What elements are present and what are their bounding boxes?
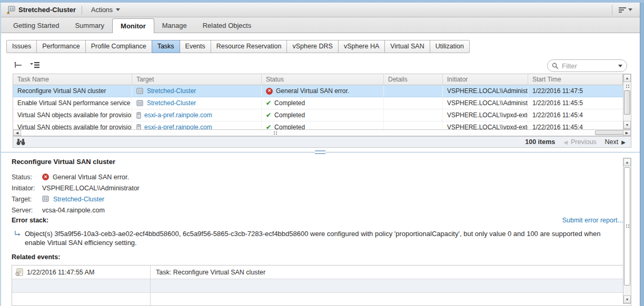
subtab-profile-compliance[interactable]: Profile Compliance <box>85 40 152 53</box>
next-label: Next <box>605 138 619 146</box>
target-link[interactable]: Stretched-Cluster <box>147 87 196 95</box>
subtab-tasks[interactable]: Tasks <box>152 40 180 53</box>
subtab-events[interactable]: Events <box>180 40 211 53</box>
subtab-utilization[interactable]: Utilization <box>430 40 470 53</box>
tab-getting-started[interactable]: Getting Started <box>5 19 67 33</box>
table-row[interactable]: Enable Virtual SAN performance service S… <box>13 97 623 109</box>
scroll-thumb[interactable] <box>595 130 627 135</box>
actions-caret-icon <box>116 8 120 11</box>
collapse-tree-icon[interactable] <box>14 61 24 69</box>
submit-error-report-link[interactable]: Submit error report... <box>562 217 623 224</box>
subtab-resource-reservation[interactable]: Resource Reservation <box>211 40 288 53</box>
subtab-virtual-san[interactable]: Virtual SAN <box>384 40 430 53</box>
task-table-body: Reconfigure Virtual SAN cluster Stretche… <box>13 85 623 129</box>
tab-related-objects[interactable]: Related Objects <box>195 19 260 33</box>
monitor-subtab-bar: Issues Performance Profile Compliance Ta… <box>6 40 470 53</box>
window-edge-right <box>640 3 644 306</box>
scroll-up-button[interactable]: ▲ <box>623 74 631 82</box>
error-stack-label: Error stack: <box>12 217 48 224</box>
target-link[interactable]: esxi-a-pref.rainpole.com <box>144 124 212 129</box>
scroll-down-button[interactable]: ▼ <box>623 121 631 129</box>
binoculars-icon[interactable] <box>16 138 25 146</box>
previous-page-button[interactable]: ◀ Previous <box>563 138 596 146</box>
table-row[interactable]: Reconfigure Virtual SAN cluster Stretche… <box>13 85 623 97</box>
column-header-details[interactable]: Details <box>384 74 443 85</box>
list-view-icon[interactable] <box>29 61 40 69</box>
previous-arrow-icon: ◀ <box>563 139 568 145</box>
check-icon: ✔ <box>266 111 271 119</box>
subtab-vsphere-drs[interactable]: vSphere DRS <box>286 40 338 53</box>
check-icon: ✔ <box>266 124 271 129</box>
check-icon: ✔ <box>266 99 271 107</box>
table-horizontal-scrollbar[interactable]: ◀ ▶ <box>13 129 631 136</box>
error-stack-text: Object(s) 3f5a9f56-10a3-ceb3-ae02-ecf4bb… <box>25 229 613 247</box>
cluster-warning-icon <box>6 6 15 14</box>
scroll-down-button[interactable]: ▼ <box>623 295 631 303</box>
scroll-left-button[interactable]: ◀ <box>13 130 21 136</box>
server-value: vcsa-04.rainpole.com <box>42 207 105 214</box>
resize-grip-icon[interactable] <box>626 85 627 86</box>
status-label: Status: <box>12 174 42 181</box>
start-time-cell: 1/22/2016 11:45:4 <box>528 121 623 129</box>
status-cell: ✔ Completed <box>262 121 384 129</box>
related-events-label: Related events: <box>12 253 60 261</box>
table-row[interactable]: Virtual SAN objects available for provis… <box>13 121 623 129</box>
details-cell <box>384 97 443 109</box>
table-vertical-scrollbar[interactable]: ▲ ▼ <box>623 74 631 129</box>
column-header-target[interactable]: Target <box>132 74 262 85</box>
status-text: General Virtual SAN error. <box>276 87 349 95</box>
initiator-label: Initiator: <box>12 185 42 192</box>
table-footer: 100 items ◀ Previous Next ▶ <box>13 136 631 148</box>
column-header-initiator[interactable]: Initiator <box>443 74 528 85</box>
scroll-up-button[interactable]: ▲ <box>623 158 631 166</box>
status-text: Completed <box>274 111 305 119</box>
titlebar-divider <box>82 6 82 14</box>
cluster-icon <box>136 88 144 95</box>
previous-label: Previous <box>571 138 597 146</box>
target-link[interactable]: esxi-a-pref.rainpole.com <box>144 111 212 119</box>
target-label: Target: <box>12 196 42 203</box>
resize-grip-icon[interactable] <box>274 131 275 132</box>
target-link[interactable]: Stretched-Cluster <box>53 196 104 203</box>
next-page-button[interactable]: Next ▶ <box>605 138 626 146</box>
column-header-start-time[interactable]: Start Time <box>528 74 622 85</box>
cluster-icon <box>42 196 49 202</box>
scroll-thumb[interactable] <box>624 90 630 115</box>
scroll-thumb[interactable] <box>624 167 630 285</box>
tab-summary[interactable]: Summary <box>67 19 112 33</box>
main-tab-bar: Getting Started Summary Monitor Manage R… <box>1 17 640 33</box>
column-header-task-name[interactable]: Task Name <box>13 74 132 85</box>
start-time-cell: 1/22/2016 11:47:5 <box>528 85 623 97</box>
status-cell: ✔ Completed <box>262 97 384 109</box>
event-row-empty <box>12 293 631 306</box>
task-name-cell: Reconfigure Virtual SAN cluster <box>13 85 132 97</box>
status-text: Completed <box>274 99 305 107</box>
target-cell: Stretched-Cluster <box>132 85 262 97</box>
target-link[interactable]: Stretched-Cluster <box>147 99 196 107</box>
task-details-title: Reconfigure Virtual SAN cluster <box>12 158 115 166</box>
resize-grip-icon[interactable] <box>626 225 627 226</box>
details-vertical-scrollbar[interactable]: ▲ ▼ <box>623 158 631 304</box>
splitter-drag-handle[interactable] <box>315 150 325 154</box>
event-row[interactable]: 1/22/2016 11:47:55 AM Task: Reconfigure … <box>12 266 631 279</box>
start-time-cell: 1/22/2016 11:45:5 <box>528 97 623 109</box>
subtab-performance[interactable]: Performance <box>36 40 86 53</box>
menu-caret-icon <box>628 8 632 11</box>
filter-input[interactable] <box>562 62 618 70</box>
start-time-cell: 1/22/2016 11:45:4 <box>528 109 623 121</box>
target-cell: Stretched-Cluster <box>132 97 262 109</box>
event-row-empty <box>12 279 631 293</box>
table-row[interactable]: Virtual SAN objects available for provis… <box>13 109 623 121</box>
target-cell: esxi-a-pref.rainpole.com <box>132 121 262 129</box>
tab-manage[interactable]: Manage <box>154 19 195 33</box>
scroll-right-button[interactable]: ▶ <box>623 130 631 136</box>
filter-caret-icon[interactable] <box>618 65 622 67</box>
event-description: Task: Reconfigure Virtual SAN cluster <box>151 266 631 279</box>
menu-icon[interactable] <box>619 7 632 13</box>
subtab-issues[interactable]: Issues <box>6 40 37 53</box>
subtab-vsphere-ha[interactable]: vSphere HA <box>338 40 385 53</box>
column-header-status[interactable]: Status <box>262 74 384 85</box>
tab-monitor[interactable]: Monitor <box>112 18 154 33</box>
actions-menu-button[interactable]: Actions <box>88 5 123 15</box>
details-cell <box>384 109 443 121</box>
